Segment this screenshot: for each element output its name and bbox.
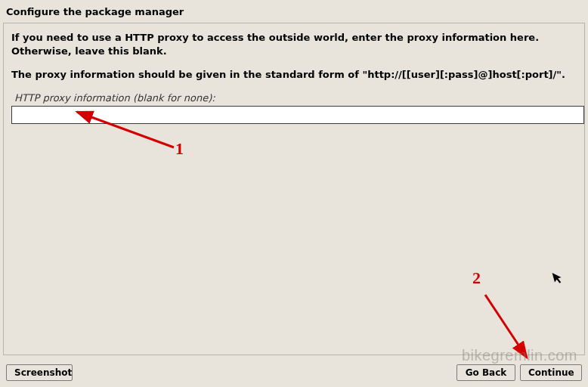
go-back-button[interactable]: Go Back <box>456 364 515 381</box>
page-title: Configure the package manager <box>6 6 184 17</box>
annotation-number-2: 2 <box>472 268 481 288</box>
continue-button[interactable]: Continue <box>520 364 582 381</box>
proxy-intro-text: If you need to use a HTTP proxy to acces… <box>11 31 578 57</box>
http-proxy-input[interactable] <box>11 106 584 124</box>
screenshot-button[interactable]: Screenshot <box>6 364 73 381</box>
watermark-text: bikegremlin.com <box>462 347 577 364</box>
footer-bar: Screenshot Go Back Continue <box>0 361 588 387</box>
annotation-number-1: 1 <box>175 139 184 159</box>
main-panel: If you need to use a HTTP proxy to acces… <box>3 23 585 355</box>
proxy-field-label: HTTP proxy information (blank for none): <box>14 92 578 104</box>
proxy-format-text: The proxy information should be given in… <box>11 68 578 82</box>
